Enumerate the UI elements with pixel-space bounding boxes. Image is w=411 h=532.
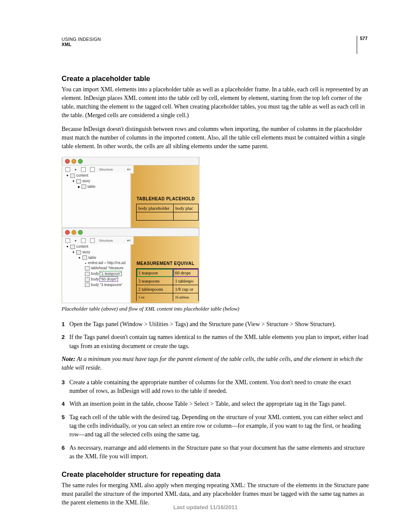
tree-node: body — [91, 271, 99, 276]
menu-icon: ▾≡ — [127, 239, 131, 243]
note-text: At a minimum you must have tags for the … — [62, 356, 363, 371]
note-label: Note: — [62, 356, 75, 362]
table-cell: 2 tablespoons — [137, 285, 173, 293]
step-text: Open the Tags panel (Window > Utilities … — [69, 320, 370, 329]
heading-repeating-data: Create placeholder structure for repeati… — [62, 470, 370, 479]
table-cell — [137, 212, 174, 221]
step-text: If the Tags panel doesn't contain tag na… — [69, 333, 370, 351]
page: USING INDESIGN XML 577 Create a placehol… — [0, 0, 411, 532]
tree-node: table — [88, 255, 96, 260]
tree-node: story — [82, 250, 90, 254]
step-item: 4With an insertion point in the table, c… — [62, 400, 370, 408]
step-text: Tag each cell of the table with the desi… — [69, 413, 370, 439]
step-number: 6 — [62, 444, 69, 461]
tree-node: body — [91, 277, 99, 281]
toolbar-label: Structure — [99, 168, 113, 171]
header-subtitle: XML — [62, 42, 101, 47]
step-item: 2If the Tags panel doesn't contain tag n… — [62, 333, 370, 351]
table-cell: body plac — [173, 204, 198, 212]
table-cell: 1 vn — [137, 293, 173, 302]
tree-node: content — [76, 173, 88, 177]
tool-icon — [90, 167, 95, 172]
tool-icon — [81, 167, 86, 172]
step-number: 2 — [62, 333, 69, 351]
tree-node: story — [82, 179, 90, 183]
table-cell: 3 teaspoons — [137, 277, 173, 285]
tree-attr: xmlns:aid = http://ns.ad — [88, 261, 126, 265]
header-left: USING INDESIGN XML — [62, 37, 101, 47]
running-header: USING INDESIGN XML 577 — [62, 37, 370, 54]
step-text: With an insertion point in the table, ch… — [69, 400, 370, 408]
tree-node: table — [87, 184, 95, 189]
figure-canvas: MEASUREMENT EQUIVAL 1 teaspoon60 drops 3… — [131, 244, 199, 302]
step-item: 5Tag each cell of the table with the des… — [62, 413, 370, 439]
table-cell: 16 tablesn — [173, 293, 199, 302]
step-item: 6As necessary, rearrange and add element… — [62, 444, 370, 461]
body-paragraph: You can import XML elements into a place… — [62, 85, 370, 120]
steps-list: 3Create a table containing the appropria… — [62, 378, 370, 461]
minimize-icon — [72, 159, 76, 164]
step-item: 3Create a table containing the appropria… — [62, 378, 370, 396]
placeholder-table: body placeholderbody plac — [136, 204, 199, 221]
tool-icon — [81, 238, 86, 243]
step-number: 3 — [62, 378, 69, 396]
minimize-icon — [72, 230, 76, 235]
window-titlebar — [62, 157, 199, 165]
tree-value: "3 teaspoons" — [100, 283, 122, 287]
body-paragraph: Because InDesign doesn't distinguish bet… — [62, 125, 370, 151]
table-cell: body placeholder — [137, 204, 174, 212]
figure-panel-after: ● Structure ▾≡ content story table xmlns… — [62, 228, 199, 303]
note: Note: At a minimum you must have tags fo… — [62, 355, 370, 372]
structure-tree: content story table — [62, 173, 131, 227]
tool-icon: ● — [75, 168, 77, 171]
tree-value: "1 teaspoon" — [100, 271, 121, 276]
structure-tree: content story table xmlns:aid = http://n… — [62, 244, 131, 302]
figure: ● Structure ▾≡ content story table TABLE… — [62, 157, 370, 312]
table-cell: 1 tablespo — [173, 277, 199, 285]
menu-icon: ▾≡ — [127, 168, 131, 171]
step-number: 5 — [62, 413, 69, 439]
steps-list: 1Open the Tags panel (Window > Utilities… — [62, 320, 370, 351]
zoom-icon — [78, 159, 83, 164]
step-text: As necessary, rearrange and add elements… — [69, 444, 370, 461]
step-number: 1 — [62, 320, 69, 329]
table-cell: 60 drops — [173, 269, 199, 277]
tree-node: content — [76, 244, 88, 249]
table-cell — [173, 212, 198, 221]
toolbar-label: Structure — [99, 239, 113, 243]
header-title: USING INDESIGN — [62, 37, 101, 42]
tree-value: "Measure — [108, 266, 124, 270]
body-paragraph: The same rules for merging XML also appl… — [62, 481, 370, 507]
tree-node: body — [91, 283, 99, 287]
heading-create-placeholder-table: Create a placeholder table — [62, 75, 370, 83]
close-icon — [65, 230, 70, 235]
tool-icon — [65, 238, 70, 243]
figure-caption: Placeholder table (above) and flow of XM… — [62, 306, 370, 312]
tool-icon: ● — [75, 239, 77, 243]
step-number: 4 — [62, 400, 69, 408]
table-cell: 1/8 cup or — [173, 285, 199, 293]
step-text: Create a table containing the appropriat… — [69, 378, 370, 396]
window-titlebar — [62, 228, 199, 236]
tool-icon — [65, 167, 70, 172]
figure-panel-before: ● Structure ▾≡ content story table TABLE… — [62, 157, 199, 228]
figure-canvas: TABLEHEAD PLACEHOLD body placeholderbody… — [131, 173, 199, 227]
tree-value: "60 drops" — [100, 277, 118, 281]
step-item: 1Open the Tags panel (Window > Utilities… — [62, 320, 370, 329]
tree-node: tablehead — [91, 266, 107, 270]
zoom-icon — [78, 230, 83, 235]
table-head: MEASUREMENT EQUIVAL — [137, 261, 194, 266]
footer-last-updated: Last updated 11/16/2011 — [0, 504, 411, 510]
table-cell: 1 teaspoon — [137, 269, 173, 277]
page-number: 577 — [357, 36, 370, 54]
table-head-placeholder: TABLEHEAD PLACEHOLD — [137, 196, 195, 201]
close-icon — [65, 159, 70, 164]
tool-icon — [90, 238, 95, 243]
filled-table: 1 teaspoon60 drops 3 teaspoons1 tablespo… — [136, 268, 199, 301]
